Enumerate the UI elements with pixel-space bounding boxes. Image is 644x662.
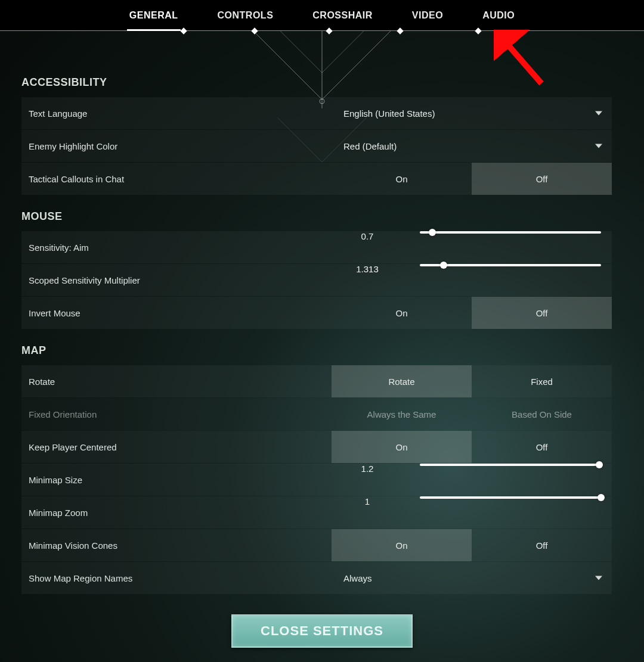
toggle-on[interactable]: On — [332, 163, 472, 195]
toggle-on[interactable]: On — [332, 297, 472, 329]
tab-general[interactable]: GENERAL — [129, 10, 178, 21]
tab-controls[interactable]: CONTROLS — [218, 10, 274, 21]
label-sensitivity-aim: Sensitivity: Aim — [21, 231, 332, 263]
settings-scroll[interactable]: ACCESSIBILITY Text Language English (Uni… — [21, 76, 619, 595]
chevron-down-icon — [595, 144, 602, 148]
toggle-off[interactable]: Off — [472, 163, 612, 195]
label-minimap-size: Minimap Size — [21, 464, 332, 496]
slider-thumb[interactable] — [596, 461, 603, 468]
toggle-rotate: Rotate Fixed — [332, 365, 612, 397]
toggle-fixed-b: Based On Side — [472, 398, 612, 430]
label-minimap-zoom: Minimap Zoom — [21, 496, 332, 529]
settings-panel: ACCESSIBILITY Text Language English (Uni… — [21, 76, 619, 595]
label-keep-centered: Keep Player Centered — [21, 431, 332, 463]
tab-crosshair[interactable]: CROSSHAIR — [312, 10, 373, 21]
toggle-off[interactable]: Off — [472, 431, 612, 463]
chevron-down-icon — [595, 576, 602, 580]
slider-thumb[interactable] — [440, 262, 447, 269]
value-minimap-zoom: 1 — [332, 496, 403, 529]
toggle-on[interactable]: On — [332, 529, 472, 561]
row-tactical-callouts: Tactical Callouts in Chat On Off — [21, 163, 612, 195]
dropdown-value: Red (Default) — [343, 141, 397, 151]
toggle-keep-centered: On Off — [332, 431, 612, 463]
label-tactical-callouts: Tactical Callouts in Chat — [21, 163, 332, 195]
toggle-fixed-orientation: Always the Same Based On Side — [332, 398, 612, 430]
diamond-icon — [475, 27, 481, 34]
label-text-language: Text Language — [21, 97, 332, 129]
row-enemy-highlight: Enemy Highlight Color Red (Default) — [21, 130, 612, 162]
slider-thumb[interactable] — [429, 229, 436, 236]
row-vision-cones: Minimap Vision Cones On Off — [21, 529, 612, 561]
label-scoped-mult: Scoped Sensitivity Multiplier — [21, 264, 332, 296]
dropdown-text-language[interactable]: English (United States) — [332, 97, 612, 129]
diamond-icon — [326, 27, 332, 34]
value-scoped-mult: 1.313 — [332, 264, 403, 296]
svg-line-1 — [502, 38, 541, 83]
toggle-vision-cones: On Off — [332, 529, 612, 561]
row-text-language: Text Language English (United States) — [21, 97, 612, 129]
slider-minimap-zoom[interactable] — [420, 496, 601, 499]
label-region-names: Show Map Region Names — [21, 562, 332, 594]
diamond-icon — [180, 27, 187, 34]
toggle-tactical-callouts: On Off — [332, 163, 612, 195]
tab-video[interactable]: VIDEO — [412, 10, 443, 21]
dropdown-enemy-highlight[interactable]: Red (Default) — [332, 130, 612, 162]
toggle-rotate-a[interactable]: Rotate — [332, 365, 472, 397]
annotation-arrow-icon — [494, 30, 553, 95]
close-settings-button[interactable]: CLOSE SETTINGS — [231, 614, 413, 648]
chevron-down-icon — [595, 111, 602, 116]
slider-sensitivity-aim[interactable] — [420, 231, 601, 234]
toggle-fixed-a: Always the Same — [332, 398, 472, 430]
row-fixed-orientation: Fixed Orientation Always the Same Based … — [21, 398, 612, 430]
slider-thumb[interactable] — [597, 494, 605, 501]
dropdown-value: Always — [343, 573, 372, 583]
value-minimap-size: 1.2 — [332, 464, 403, 496]
dropdown-value: English (United States) — [343, 108, 435, 119]
toggle-rotate-b[interactable]: Fixed — [472, 365, 612, 397]
diamond-icon — [397, 27, 403, 34]
label-fixed-orientation: Fixed Orientation — [21, 398, 332, 430]
row-keep-centered: Keep Player Centered On Off — [21, 431, 612, 463]
row-rotate: Rotate Rotate Fixed — [21, 365, 612, 397]
row-sensitivity-aim: Sensitivity: Aim 0.7 — [21, 231, 612, 263]
label-vision-cones: Minimap Vision Cones — [21, 529, 332, 561]
label-invert-mouse: Invert Mouse — [21, 297, 332, 329]
value-sensitivity-aim: 0.7 — [332, 231, 403, 263]
row-minimap-zoom: Minimap Zoom 1 — [21, 496, 612, 529]
section-title-map: MAP — [21, 344, 612, 357]
top-nav: GENERAL CONTROLS CROSSHAIR VIDEO AUDIO — [0, 0, 644, 31]
toggle-off[interactable]: Off — [472, 297, 612, 329]
row-region-names: Show Map Region Names Always — [21, 562, 612, 594]
row-scoped-mult: Scoped Sensitivity Multiplier 1.313 — [21, 264, 612, 296]
row-minimap-size: Minimap Size 1.2 — [21, 464, 612, 496]
row-invert-mouse: Invert Mouse On Off — [21, 297, 612, 329]
section-title-mouse: MOUSE — [21, 210, 612, 223]
toggle-on[interactable]: On — [332, 431, 472, 463]
dropdown-region-names[interactable]: Always — [332, 562, 612, 594]
slider-minimap-size[interactable] — [420, 464, 601, 466]
toggle-invert-mouse: On Off — [332, 297, 612, 329]
label-rotate: Rotate — [21, 365, 332, 397]
tab-audio[interactable]: AUDIO — [482, 10, 515, 21]
label-enemy-highlight: Enemy Highlight Color — [21, 130, 332, 162]
toggle-off[interactable]: Off — [472, 529, 612, 561]
diamond-icon — [251, 27, 258, 34]
slider-scoped-mult[interactable] — [420, 264, 601, 266]
